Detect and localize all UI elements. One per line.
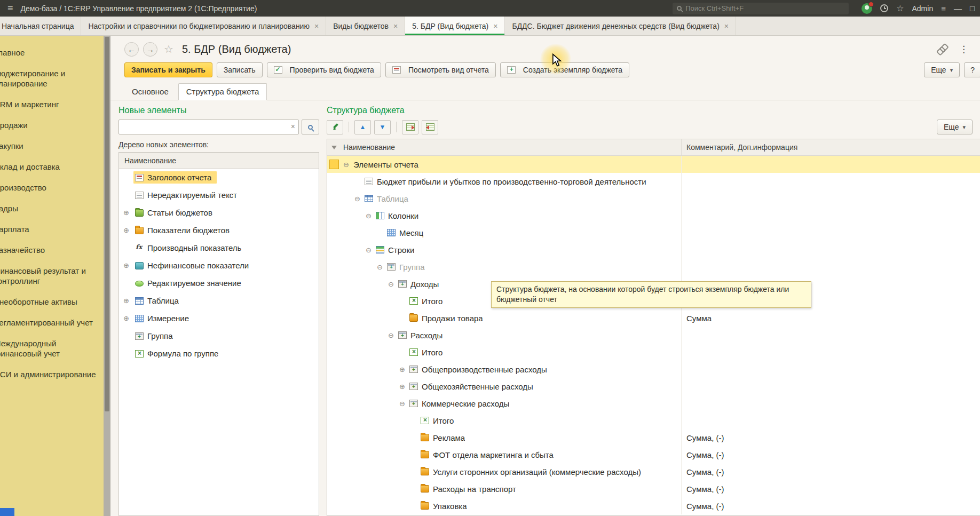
expander-icon[interactable]: ⊕: [123, 261, 133, 269]
edit-button[interactable]: [327, 120, 343, 134]
tree-row[interactable]: ⊖Колонки: [327, 207, 980, 224]
list-item[interactable]: ⊕Показатели бюджетов: [119, 221, 319, 239]
help-button[interactable]: ?: [964, 62, 980, 77]
more-dots-icon[interactable]: ⋮: [956, 44, 971, 55]
expander-icon[interactable]: ⊕: [123, 209, 133, 217]
close-icon[interactable]: ×: [314, 22, 319, 30]
minimize-button[interactable]: —: [954, 4, 962, 13]
name-column-header[interactable]: Наименование: [341, 143, 681, 152]
tree-row[interactable]: Месяц: [327, 224, 980, 241]
tree-row[interactable]: ⊖Расходы: [327, 327, 980, 344]
move-down-button[interactable]: ▼: [374, 120, 391, 134]
sidebar-item-treasury[interactable]: Казначейство: [0, 240, 104, 260]
list-item[interactable]: Группа: [119, 327, 319, 345]
tab-home[interactable]: Начальная страница: [0, 17, 81, 35]
tree-row[interactable]: Услуги сторонних организаций (коммерческ…: [327, 463, 980, 480]
tab-main[interactable]: Основное: [124, 84, 176, 100]
sidebar-item-warehouse[interactable]: Склад и доставка: [0, 156, 104, 177]
expander-icon[interactable]: ⊕: [399, 383, 409, 391]
service-menu-icon[interactable]: ≡: [941, 4, 946, 13]
tree-row[interactable]: ⊖Группа: [327, 258, 980, 275]
back-button[interactable]: ←: [124, 42, 139, 57]
user-avatar[interactable]: [862, 3, 872, 14]
current-user-label[interactable]: Admin: [912, 4, 933, 13]
expander-icon[interactable]: ⊕: [123, 297, 133, 305]
check-budget-kind-button[interactable]: Проверить вид бюджета: [267, 62, 381, 77]
tree-row[interactable]: ⊖Элементы отчета: [327, 156, 980, 173]
comment-column-header[interactable]: Комментарий, Доп.информация: [681, 139, 980, 155]
favorite-star-icon[interactable]: ☆: [164, 43, 173, 55]
filter-cell[interactable]: [327, 146, 341, 149]
tree-row[interactable]: ⊖Строки: [327, 241, 980, 258]
tree-row[interactable]: Итого: [327, 412, 980, 429]
expander-icon[interactable]: ⊖: [399, 400, 409, 408]
new-elements-search-input[interactable]: [118, 120, 299, 134]
sidebar-scrollbar[interactable]: [104, 36, 110, 516]
tree-row[interactable]: РекламаСумма, (-): [327, 429, 980, 446]
sidebar-item-noncurrent-assets[interactable]: Внеоборотные активы: [0, 291, 104, 312]
search-button[interactable]: [302, 120, 319, 134]
tree-row[interactable]: Продажи товараСумма: [327, 309, 980, 327]
sidebar-item-nsi-administration[interactable]: НСИ и администрирование: [0, 364, 104, 385]
move-up-button[interactable]: ▲: [354, 120, 371, 134]
sidebar-item-ifrs[interactable]: Международный финансовый учет: [0, 333, 104, 364]
bottom-left-app-icon[interactable]: [0, 508, 14, 516]
tree-row[interactable]: УпаковкаСумма, (-): [327, 497, 980, 514]
tree-row[interactable]: Бюджет прибыли и убытков по производстве…: [327, 173, 980, 190]
tree-row[interactable]: ⊕Общепроизводственные расходы: [327, 361, 980, 378]
expander-icon[interactable]: ⊕: [123, 226, 133, 234]
sidebar-item-regulated-accounting[interactable]: Регламентированный учет: [0, 312, 104, 333]
tree-row[interactable]: Расходы на транспортСумма, (-): [327, 480, 980, 497]
close-icon[interactable]: ×: [393, 22, 398, 30]
global-search-input[interactable]: [685, 4, 844, 12]
favorites-star-icon[interactable]: ☆: [896, 3, 904, 13]
sidebar-item-payroll[interactable]: Зарплата: [0, 219, 104, 240]
tree-row[interactable]: ФОТ отдела маркетинга и сбытаСумма, (-): [327, 446, 980, 463]
sidebar-item-production[interactable]: Производство: [0, 177, 104, 198]
tree-row[interactable]: ⊕Общехозяйственные расходы: [327, 378, 980, 395]
close-icon[interactable]: ×: [724, 22, 729, 30]
sidebar-item-budgeting[interactable]: Бюджетирование и планирование: [0, 63, 104, 94]
sidebar-item-sales[interactable]: Продажи: [0, 115, 104, 136]
tree-row[interactable]: ⊖Коммерческие расходы: [327, 395, 980, 412]
expander-icon[interactable]: ⊕: [123, 314, 133, 322]
expander-icon[interactable]: ⊖: [343, 161, 353, 169]
list-item[interactable]: Производный показатель: [119, 239, 319, 257]
close-icon[interactable]: ×: [493, 22, 497, 30]
main-menu-icon[interactable]: ≡: [5, 3, 15, 14]
view-report-form-button[interactable]: Посмотреть вид отчета: [385, 62, 496, 77]
expander-icon[interactable]: ⊖: [377, 263, 387, 271]
expander-icon[interactable]: ⊖: [388, 280, 398, 288]
sidebar-item-financial-result[interactable]: Финансовый результат и контроллинг: [0, 260, 104, 291]
tree-row[interactable]: Итого: [327, 344, 980, 361]
maximize-button[interactable]: □: [970, 4, 975, 13]
list-item[interactable]: Нередактируемый текст: [119, 186, 319, 204]
tab-budget-kinds[interactable]: Виды бюджетов ×: [326, 17, 405, 35]
move-out-of-group-button[interactable]: [422, 120, 438, 134]
list-item[interactable]: Формула по группе: [119, 345, 319, 362]
list-column-header[interactable]: Наименование: [119, 153, 319, 169]
tree-row[interactable]: ⊖Таблица: [327, 190, 980, 207]
save-button[interactable]: Записать: [217, 62, 263, 77]
tab-settings-directories[interactable]: Настройки и справочники по бюджетировани…: [81, 17, 326, 35]
save-and-close-button[interactable]: Записать и закрыть: [124, 62, 212, 77]
list-item[interactable]: ⊕Измерение: [119, 309, 319, 327]
clear-search-icon[interactable]: ×: [291, 122, 295, 131]
structure-more-button[interactable]: Еще▾: [937, 120, 973, 134]
expander-icon[interactable]: ⊖: [354, 195, 365, 203]
list-item[interactable]: Редактируемое значение: [119, 274, 319, 292]
tab-budget-structure[interactable]: Структура бюджета: [178, 83, 267, 100]
sidebar-item-hr[interactable]: Кадры: [0, 198, 104, 219]
expander-icon[interactable]: ⊖: [366, 212, 376, 220]
expander-icon[interactable]: ⊖: [388, 331, 398, 339]
move-into-group-button[interactable]: [402, 120, 418, 134]
sidebar-item-main[interactable]: Главное: [0, 42, 104, 63]
scrollbar-thumb[interactable]: [105, 37, 109, 411]
more-actions-button[interactable]: Еще▾: [924, 62, 960, 77]
get-link-icon[interactable]: [934, 42, 949, 57]
list-item[interactable]: ⊕Нефинансовые показатели: [119, 257, 319, 274]
sidebar-item-crm[interactable]: CRM и маркетинг: [0, 94, 104, 115]
list-item[interactable]: ⊕Таблица: [119, 292, 319, 309]
expander-icon[interactable]: ⊖: [366, 246, 376, 254]
list-item[interactable]: Заголовок отчета: [119, 169, 319, 186]
